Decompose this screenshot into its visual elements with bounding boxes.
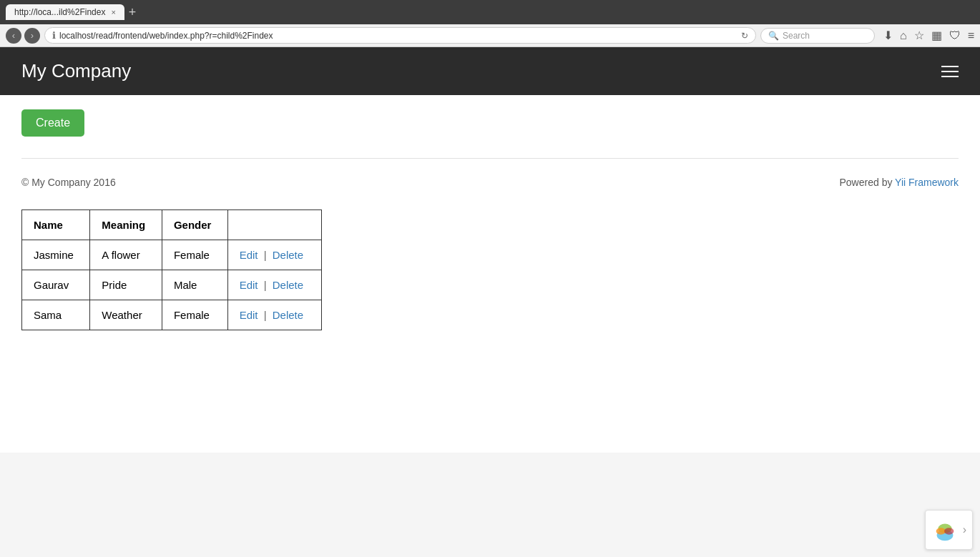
app-header: My Company	[0, 47, 980, 95]
yii-framework-link[interactable]: Yii Framework	[895, 177, 959, 188]
hamburger-line-2	[941, 71, 959, 72]
cell-gender-2: Female	[162, 300, 227, 330]
cell-name-0: Jasmine	[22, 240, 90, 270]
cell-name-2: Sama	[22, 300, 90, 330]
address-bar[interactable]: ℹ localhost/read/frontend/web/index.php?…	[44, 27, 756, 44]
cell-actions-2: Edit | Delete	[227, 300, 321, 330]
edit-link-1[interactable]: Edit	[240, 279, 258, 291]
edit-link-0[interactable]: Edit	[240, 249, 258, 261]
col-actions	[227, 210, 321, 240]
info-icon: ℹ	[52, 30, 56, 41]
address-text: localhost/read/frontend/web/index.php?r=…	[59, 31, 738, 41]
table-row: Jasmine A flower Female Edit | Delete	[22, 240, 322, 270]
new-tab-button[interactable]: +	[124, 5, 141, 20]
footer-copyright: © My Company 2016	[21, 177, 116, 188]
star-icon[interactable]: ☆	[914, 29, 924, 42]
tab-bar: http://loca...ild%2Findex × +	[6, 4, 140, 20]
col-meaning: Meaning	[90, 210, 162, 240]
action-separator-2: |	[264, 309, 267, 321]
delete-link-2[interactable]: Delete	[273, 309, 303, 321]
hamburger-line-3	[941, 76, 959, 77]
action-separator-1: |	[264, 279, 267, 291]
header-row: Name Meaning Gender	[22, 210, 322, 240]
create-button[interactable]: Create	[21, 109, 84, 137]
cell-meaning-0: A flower	[90, 240, 162, 270]
main-content: Create © My Company 2016 Powered by Yii …	[0, 95, 980, 453]
cell-gender-1: Male	[162, 270, 227, 300]
cell-meaning-2: Weather	[90, 300, 162, 330]
browser-chrome: http://loca...ild%2Findex × +	[0, 0, 980, 24]
table-row: Gaurav Pride Male Edit | Delete	[22, 270, 322, 300]
toolbar-icons: ⬇ ⌂ ☆ ▦ 🛡 ≡	[883, 29, 974, 42]
col-name: Name	[22, 210, 90, 240]
delete-link-0[interactable]: Delete	[273, 249, 303, 261]
cell-meaning-1: Pride	[90, 270, 162, 300]
app-title: My Company	[21, 60, 131, 82]
cell-actions-0: Edit | Delete	[227, 240, 321, 270]
hamburger-button[interactable]	[941, 66, 959, 77]
hamburger-line-1	[941, 66, 959, 67]
nav-buttons: ‹ ›	[6, 28, 40, 44]
search-bar[interactable]: 🔍 Search	[760, 28, 875, 44]
edit-link-2[interactable]: Edit	[240, 309, 258, 321]
footer-powered: Powered by Yii Framework	[839, 177, 959, 188]
search-placeholder: Search	[783, 31, 810, 41]
cell-gender-0: Female	[162, 240, 227, 270]
delete-link-1[interactable]: Delete	[273, 279, 303, 291]
page-footer: © My Company 2016 Powered by Yii Framewo…	[21, 169, 959, 202]
shield-icon[interactable]: 🛡	[949, 29, 961, 42]
table-row: Sama Weather Female Edit | Delete	[22, 300, 322, 330]
download-icon[interactable]: ⬇	[883, 29, 893, 42]
menu-icon[interactable]: ≡	[968, 29, 974, 42]
tab-title: http://loca...ild%2Findex	[14, 7, 105, 17]
refresh-icon[interactable]: ↻	[741, 31, 748, 41]
back-button[interactable]: ‹	[6, 28, 21, 44]
forward-button[interactable]: ›	[24, 28, 40, 44]
tab-close-icon[interactable]: ×	[111, 8, 115, 16]
grid-icon[interactable]: ▦	[931, 29, 942, 42]
home-icon[interactable]: ⌂	[900, 29, 907, 42]
table-body: Jasmine A flower Female Edit | Delete Ga…	[22, 240, 322, 330]
table-header: Name Meaning Gender	[22, 210, 322, 240]
cell-actions-1: Edit | Delete	[227, 270, 321, 300]
data-table: Name Meaning Gender Jasmine A flower Fem…	[21, 210, 322, 330]
divider	[21, 158, 959, 159]
address-bar-row: ‹ › ℹ localhost/read/frontend/web/index.…	[0, 24, 980, 47]
search-icon: 🔍	[768, 31, 779, 41]
browser-tab[interactable]: http://loca...ild%2Findex ×	[6, 4, 124, 20]
action-separator-0: |	[264, 249, 267, 261]
cell-name-1: Gaurav	[22, 270, 90, 300]
col-gender: Gender	[162, 210, 227, 240]
